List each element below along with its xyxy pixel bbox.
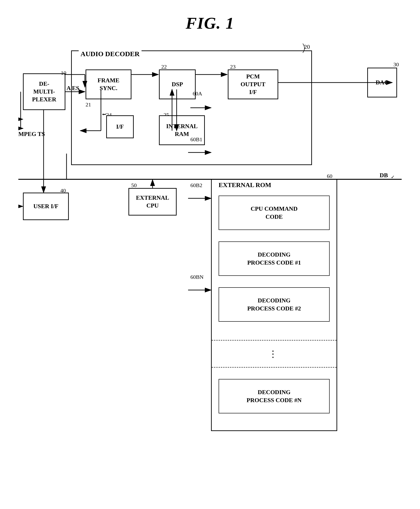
ref-40: 40	[60, 188, 66, 194]
ref-24-tick: ⮨	[102, 112, 106, 117]
ref-20: 20	[304, 44, 406, 51]
dsp-block: DSP	[159, 69, 196, 99]
ref-60a: 60A	[193, 91, 202, 97]
ref-50: 50	[131, 182, 137, 188]
data-bus-line	[18, 179, 402, 180]
ref-10: 10	[61, 70, 66, 76]
cpu-command-code-section: CPU COMMANDCODE	[219, 196, 330, 230]
ref-22: 22	[161, 64, 167, 70]
pcm-output-block: PCMOUTPUTI/F	[228, 69, 278, 99]
frame-sync-block: FRAMESYNC.	[86, 69, 131, 99]
ext-cpu-block: EXTERNALCPU	[128, 188, 177, 215]
dac-block: DAC	[367, 68, 397, 97]
dots-section: ⋮	[212, 340, 337, 368]
decoding-code-2-section: DECODINGPROCESS CODE #2	[219, 287, 330, 322]
user-if-block: USER I/F	[23, 192, 69, 220]
db-tick: ✓	[391, 174, 395, 180]
demux-block: DE-MULTI­PLEXER	[23, 73, 65, 110]
db-label: DB	[380, 172, 388, 179]
ref-60: 60	[327, 173, 332, 179]
a-es-label: A ES	[67, 85, 79, 92]
mpeg-ts-label: MPEG TS	[18, 131, 45, 138]
ref-60bn: 60BN	[190, 274, 203, 280]
ref-23: 23	[230, 64, 236, 70]
if-block: I/F	[106, 115, 134, 138]
audio-decoder-label: AUDIO DECODER	[79, 50, 142, 58]
ref-60b1: 60B1	[190, 136, 202, 143]
ref-60b2: 60B2	[190, 182, 202, 188]
decoding-code-n-section: DECODINGPROCESS CODE #N	[219, 379, 330, 413]
decoding-code-1-section: DECODINGPROCESS CODE #1	[219, 241, 330, 276]
diagram: DB ✓ AUDIO DECODER 21 22 23 ⮨ 24 25 FRAM…	[18, 41, 402, 495]
ext-rom-label: EXTERNAL ROM	[219, 181, 271, 189]
audio-decoder-box: AUDIO DECODER 21 22 23 ⮨ 24 25 FRAMESYNC…	[71, 51, 312, 165]
ext-rom-block: EXTERNAL ROM CPU COMMANDCODE DECODINGPRO…	[211, 179, 337, 431]
ref-21: 21	[86, 102, 91, 108]
page-title: FIG. 1	[0, 0, 420, 33]
